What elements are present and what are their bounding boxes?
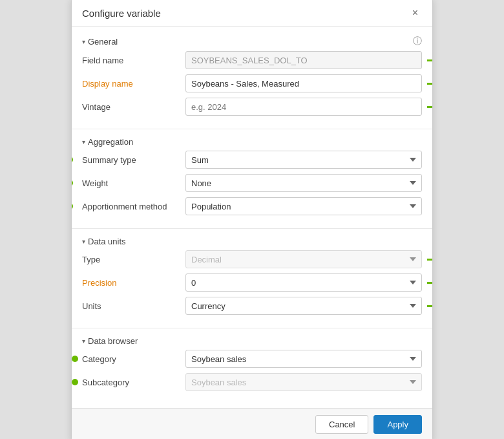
green-line-7 bbox=[427, 259, 432, 261]
units-row: Units Currency None Percent 9 bbox=[82, 297, 422, 315]
data-browser-section-header[interactable]: ▾ Data browser bbox=[82, 336, 422, 346]
summary-type-row: 4 Summary type Sum Mean Min Max bbox=[82, 151, 422, 169]
cancel-button[interactable]: Cancel bbox=[315, 415, 368, 434]
apportionment-row: 6 Apportionment method Population Area N… bbox=[82, 197, 422, 215]
category-label: Category bbox=[82, 354, 185, 364]
annotation-3: 3 bbox=[427, 102, 432, 112]
divider-2 bbox=[72, 228, 432, 229]
info-icon[interactable]: ⓘ bbox=[413, 36, 422, 47]
type-row: Type Decimal Integer String 7 bbox=[82, 250, 422, 268]
aggregation-section: ▾ Aggregation 4 Summary type Sum Mean Mi… bbox=[72, 134, 432, 226]
apportionment-select[interactable]: Population Area None bbox=[185, 197, 422, 215]
display-name-input[interactable] bbox=[185, 74, 422, 92]
green-line-3 bbox=[427, 106, 432, 108]
vintage-row: Vintage 3 bbox=[82, 98, 422, 116]
vintage-label: Vintage bbox=[82, 102, 185, 112]
divider-3 bbox=[72, 328, 432, 328]
configure-variable-dialog: Configure variable × ▾ General ⓘ Field n… bbox=[71, 0, 433, 439]
type-label: Type bbox=[82, 255, 185, 264]
annotation-7: 7 bbox=[427, 254, 432, 264]
dot-10 bbox=[72, 356, 78, 362]
data-units-chevron-icon: ▾ bbox=[82, 238, 85, 245]
category-select[interactable]: Soybean sales bbox=[185, 350, 422, 368]
data-browser-section-label: Data browser bbox=[88, 336, 138, 346]
general-chevron-icon: ▾ bbox=[82, 38, 85, 45]
subcategory-select[interactable]: Soybean sales bbox=[185, 373, 422, 391]
data-units-section-label: Data units bbox=[88, 237, 126, 246]
green-line-9 bbox=[427, 305, 432, 307]
weight-label: Weight bbox=[82, 178, 185, 188]
dialog-title: Configure variable bbox=[82, 8, 161, 19]
left-annotation-4: 4 bbox=[72, 155, 73, 165]
field-name-label: Field name bbox=[82, 56, 185, 65]
dot-11 bbox=[72, 379, 78, 385]
precision-row: Precision 0 1 2 3 8 bbox=[82, 273, 422, 292]
apportionment-label: Apportionment method bbox=[82, 202, 185, 211]
data-browser-section: ▾ Data browser 10 Category Soybean sales bbox=[72, 334, 432, 402]
left-annotation-10: 10 bbox=[72, 354, 78, 364]
green-line-2 bbox=[427, 83, 432, 85]
close-button[interactable]: × bbox=[408, 6, 422, 19]
divider-1 bbox=[72, 129, 432, 129]
dot-4 bbox=[72, 156, 73, 163]
subcategory-label: Subcategory bbox=[82, 378, 185, 387]
summary-type-select[interactable]: Sum Mean Min Max bbox=[185, 151, 422, 169]
units-label: Units bbox=[82, 301, 185, 311]
overlay: Configure variable × ▾ General ⓘ Field n… bbox=[0, 0, 504, 439]
left-annotation-11: 11 bbox=[72, 377, 78, 387]
precision-label: Precision bbox=[82, 278, 185, 288]
summary-type-label: Summary type bbox=[82, 155, 185, 165]
dialog-header: Configure variable × bbox=[72, 0, 432, 27]
general-section: ▾ General ⓘ Field name 1 Display name bbox=[72, 33, 432, 126]
display-name-row: Display name 2 bbox=[82, 74, 422, 92]
dialog-footer: Cancel Apply bbox=[72, 408, 432, 439]
data-units-section: ▾ Data units Type Decimal Integer String… bbox=[72, 234, 432, 325]
annotation-2: 2 bbox=[427, 78, 432, 89]
data-browser-chevron-icon: ▾ bbox=[82, 337, 85, 345]
category-row: 10 Category Soybean sales bbox=[82, 350, 422, 368]
field-name-input[interactable] bbox=[185, 51, 422, 69]
units-select[interactable]: Currency None Percent bbox=[185, 297, 422, 315]
field-name-row: Field name 1 bbox=[82, 51, 422, 69]
annotation-1: 1 bbox=[427, 55, 432, 65]
aggregation-section-header[interactable]: ▾ Aggregation bbox=[82, 137, 422, 147]
left-annotation-6: 6 bbox=[72, 201, 73, 211]
green-line-1 bbox=[427, 59, 432, 61]
precision-select[interactable]: 0 1 2 3 bbox=[185, 273, 422, 292]
display-name-label: Display name bbox=[82, 79, 185, 89]
aggregation-chevron-icon: ▾ bbox=[82, 138, 85, 145]
type-select[interactable]: Decimal Integer String bbox=[185, 250, 422, 268]
apply-button[interactable]: Apply bbox=[373, 415, 422, 434]
weight-select[interactable]: None Population Area bbox=[185, 174, 422, 192]
aggregation-section-label: Aggregation bbox=[88, 137, 133, 147]
data-units-section-header[interactable]: ▾ Data units bbox=[82, 237, 422, 246]
left-annotation-5: 5 bbox=[72, 178, 73, 188]
general-section-label: General bbox=[88, 37, 118, 47]
dot-5 bbox=[72, 180, 73, 186]
dialog-body: ▾ General ⓘ Field name 1 Display name bbox=[72, 27, 432, 408]
dot-6 bbox=[72, 203, 73, 209]
annotation-9: 9 bbox=[427, 301, 432, 311]
weight-row: 5 Weight None Population Area bbox=[82, 174, 422, 192]
subcategory-row: 11 Subcategory Soybean sales bbox=[82, 373, 422, 391]
general-section-header[interactable]: ▾ General ⓘ bbox=[82, 36, 422, 47]
annotation-8: 8 bbox=[427, 277, 432, 288]
green-line-8 bbox=[427, 282, 432, 284]
vintage-input[interactable] bbox=[185, 98, 422, 116]
